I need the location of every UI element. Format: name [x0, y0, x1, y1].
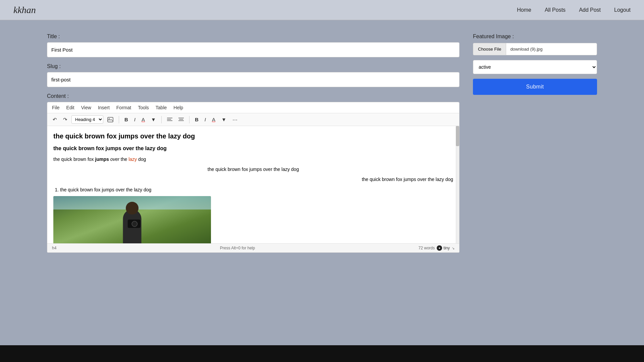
choose-file-button[interactable]: Choose File [473, 43, 506, 55]
word-count: 72 words [419, 246, 435, 250]
editor-list-item: the quick brown fox jumps over the lazy … [60, 186, 453, 193]
nav-home[interactable]: Home [517, 7, 531, 13]
element-indicator: h4 [52, 246, 56, 250]
slug-label: Slug : [47, 63, 460, 69]
brand-logo: kkhan [13, 5, 36, 15]
tiny-text: tiny [443, 246, 450, 250]
menu-edit[interactable]: Edit [66, 105, 74, 110]
more-button[interactable]: ⋯ [230, 116, 239, 124]
main-content: Title : Slug : Content : File Edit View … [0, 20, 644, 266]
editor-scrollbar[interactable] [456, 126, 459, 243]
divider-1 [119, 116, 119, 123]
menu-tools[interactable]: Tools [138, 105, 149, 110]
editor-inserted-image [53, 196, 211, 243]
nav-logout[interactable]: Logout [614, 7, 631, 13]
scrollbar-thumb[interactable] [456, 126, 459, 146]
image-button[interactable] [105, 116, 115, 123]
help-hint: Press Alt+0 for help [220, 246, 255, 250]
highlight-color-dropdown[interactable]: ▼ [219, 116, 228, 123]
editor-line-3: the quick brown fox jumps over the lazy … [53, 156, 453, 163]
editor-list: the quick brown fox jumps over the lazy … [60, 186, 453, 193]
divider-2 [161, 116, 162, 123]
menu-format[interactable]: Format [116, 105, 131, 110]
divider-3 [189, 116, 190, 123]
menu-view[interactable]: View [81, 105, 91, 110]
italic-button[interactable]: I [132, 116, 138, 123]
bold2-button[interactable]: B [193, 116, 201, 123]
align-left-button[interactable] [165, 116, 174, 123]
resize-handle[interactable]: ↘ [452, 246, 454, 250]
svg-point-1 [109, 118, 110, 119]
menu-help[interactable]: Help [173, 105, 183, 110]
font-color-button[interactable]: A [140, 116, 147, 123]
bold-button[interactable]: B [122, 116, 130, 123]
nav-add-post[interactable]: Add Post [579, 7, 601, 13]
editor-body[interactable]: the quick brown fox jumps over the lazy … [47, 126, 459, 243]
file-input-row: Choose File download (9).jpg [473, 43, 597, 55]
editor-line-4: the quick brown fox jumps over the lazy … [53, 166, 453, 173]
tiny-icon: ● [437, 245, 442, 251]
editor-toolbar: ↶ ↷ Heading 4 Heading 1 Heading 2 Headin… [47, 113, 459, 126]
footer [0, 345, 644, 362]
editor-container: File Edit View Insert Format Tools Table… [47, 102, 460, 253]
nav-links: Home All Posts Add Post Logout [517, 7, 631, 13]
editor-line-2: the quick brown fox jumps over the lazy … [53, 144, 453, 153]
content-label: Content : [47, 93, 460, 99]
align-center-button[interactable] [176, 116, 186, 123]
italic2-button[interactable]: I [203, 116, 208, 123]
editor-menubar: File Edit View Insert Format Tools Table… [47, 102, 459, 113]
redo-button[interactable]: ↷ [61, 116, 69, 124]
editor-line-1: the quick brown fox jumps over the lazy … [53, 131, 453, 141]
nav-all-posts[interactable]: All Posts [545, 7, 566, 13]
undo-button[interactable]: ↶ [51, 116, 59, 124]
submit-button[interactable]: Submit [473, 79, 597, 95]
tiny-logo: ● tiny [437, 245, 450, 251]
menu-file[interactable]: File [52, 105, 60, 110]
featured-image-label: Featured Image : [473, 34, 597, 40]
title-label: Title : [47, 34, 460, 40]
heading-select[interactable]: Heading 4 Heading 1 Heading 2 Heading 3 … [71, 115, 103, 124]
editor-statusbar: h4 Press Alt+0 for help 72 words ● tiny … [47, 243, 459, 252]
title-input[interactable] [47, 42, 460, 57]
status-select[interactable]: active inactive draft [473, 60, 597, 74]
font-color-dropdown[interactable]: ▼ [149, 116, 158, 123]
navbar: kkhan Home All Posts Add Post Logout [0, 0, 644, 20]
editor-line-5: the quick brown fox jumps over the lazy … [53, 176, 453, 183]
slug-input[interactable] [47, 72, 460, 87]
left-panel: Title : Slug : Content : File Edit View … [47, 34, 460, 253]
menu-insert[interactable]: Insert [98, 105, 110, 110]
file-name-display: download (9).jpg [506, 43, 546, 55]
highlight-color-button[interactable]: A [210, 116, 217, 123]
right-panel: Featured Image : Choose File download (9… [473, 34, 597, 253]
menu-table[interactable]: Table [156, 105, 167, 110]
